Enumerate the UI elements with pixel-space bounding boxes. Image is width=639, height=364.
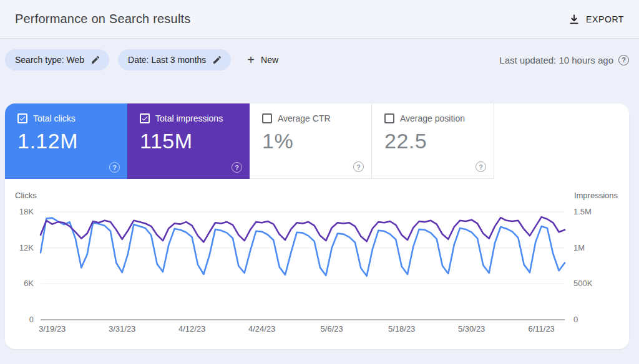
left-axis-tick: 18K — [10, 208, 34, 216]
x-axis-tick: 5/6/23 — [310, 325, 354, 333]
help-icon[interactable]: ? — [232, 162, 242, 173]
edit-pencil-icon — [212, 55, 222, 65]
plus-icon: + — [247, 54, 255, 66]
right-axis-tick: 0 — [573, 315, 578, 324]
metric-label: Total impressions — [155, 113, 223, 123]
right-axis-tick: 1M — [573, 244, 585, 252]
x-axis-tick: 4/24/23 — [240, 325, 284, 333]
left-axis-tick: 6K — [10, 279, 34, 288]
help-icon[interactable]: ? — [353, 161, 364, 172]
x-axis-tick: 3/19/23 — [31, 325, 74, 333]
date-filter-label: Date: Last 3 months — [128, 55, 206, 65]
date-filter-chip[interactable]: Date: Last 3 months — [118, 49, 231, 70]
last-updated-text: Last updated: 10 hours ago — [499, 55, 613, 65]
filter-bar: Search type: Web Date: Last 3 months + N… — [0, 39, 639, 81]
new-filter-button[interactable]: + New — [240, 49, 286, 70]
metric-card-average-position[interactable]: Average position 22.5 ? — [372, 103, 494, 179]
download-icon — [568, 14, 580, 25]
checkbox-checked-icon[interactable] — [140, 113, 150, 123]
performance-chart[interactable]: Clicks Impressions 18K12K6K01.5M1M500K03… — [5, 179, 629, 349]
checkbox-unchecked-icon[interactable] — [384, 113, 394, 123]
export-label: EXPORT — [586, 14, 624, 24]
metric-label: Total clicks — [33, 113, 76, 123]
search-type-label: Search type: Web — [15, 55, 84, 65]
left-axis-tick: 0 — [10, 315, 34, 324]
help-icon[interactable]: ? — [476, 161, 486, 172]
metric-cards-row: Total clicks 1.12M ? Total impressions 1… — [5, 103, 629, 179]
metric-card-average-ctr[interactable]: Average CTR 1% ? — [250, 103, 372, 179]
metric-card-total-impressions[interactable]: Total impressions 115M ? — [127, 103, 250, 179]
checkbox-checked-icon[interactable] — [17, 113, 27, 123]
right-axis-tick: 500K — [573, 279, 592, 288]
performance-panel: Total clicks 1.12M ? Total impressions 1… — [5, 103, 629, 349]
x-axis-tick: 3/31/23 — [100, 325, 144, 333]
metric-value: 1% — [262, 129, 364, 153]
last-updated: Last updated: 10 hours ago ? — [499, 55, 629, 65]
x-axis-tick: 5/18/23 — [380, 325, 424, 333]
export-button[interactable]: EXPORT — [568, 14, 624, 25]
metric-value: 115M — [140, 129, 242, 153]
metric-value: 22.5 — [384, 129, 486, 153]
metric-card-total-clicks[interactable]: Total clicks 1.12M ? — [5, 103, 127, 179]
search-type-chip[interactable]: Search type: Web — [5, 49, 109, 70]
metric-label: Average CTR — [278, 113, 331, 123]
series-line-clicks — [41, 218, 565, 276]
help-icon[interactable]: ? — [109, 162, 120, 173]
page-title: Performance on Search results — [15, 12, 190, 26]
metric-value: 1.12M — [17, 129, 120, 153]
edit-pencil-icon — [90, 55, 100, 65]
x-axis-tick: 5/30/23 — [450, 325, 494, 333]
right-axis-tick: 1.5M — [573, 208, 592, 216]
page-header: Performance on Search results EXPORT — [0, 0, 639, 39]
x-axis-tick: 6/11/23 — [520, 325, 563, 333]
checkbox-unchecked-icon[interactable] — [262, 113, 272, 123]
x-axis-tick: 4/12/23 — [170, 325, 214, 333]
left-axis-tick: 12K — [10, 244, 34, 252]
new-filter-label: New — [261, 55, 278, 65]
help-icon[interactable]: ? — [618, 55, 629, 65]
metric-label: Average position — [400, 113, 465, 123]
series-line-impressions — [41, 217, 565, 242]
